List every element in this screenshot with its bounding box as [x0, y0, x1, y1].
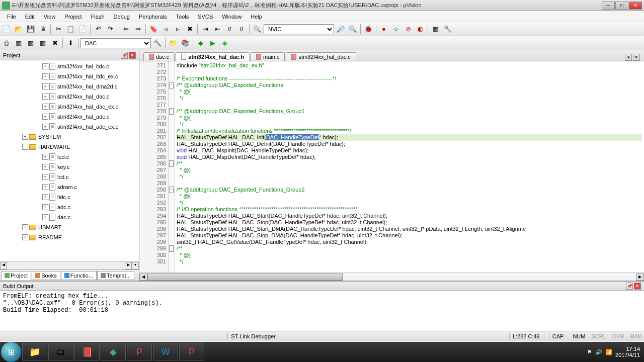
manage-rte-icon[interactable]: ◆: [195, 38, 206, 49]
config-icon[interactable]: 🔧: [442, 24, 453, 35]
task-uvision[interactable]: ◆: [101, 343, 126, 361]
tree-folder[interactable]: +SYSTEM: [0, 132, 139, 142]
tree-file[interactable]: +led.c: [0, 152, 139, 162]
find-icon[interactable]: 🔍: [252, 24, 263, 35]
editor-menu-icon[interactable]: ▾: [625, 54, 632, 61]
project-tree[interactable]: +stm32f4xx_hal_ltdc.c+stm32f4xx_hal_ltdc…: [0, 60, 139, 261]
breakpoint-kill-icon[interactable]: ⊘: [403, 24, 414, 35]
indent-icon[interactable]: ⇥: [200, 24, 211, 35]
menu-help[interactable]: Help: [247, 13, 266, 21]
save-icon[interactable]: 💾: [25, 24, 36, 35]
tab-templates[interactable]: Templat...: [97, 271, 134, 280]
tree-file[interactable]: +stm32f4xx_hal_dac.c: [0, 92, 139, 102]
target-options-icon[interactable]: 🔨: [152, 38, 163, 49]
editor-close-icon[interactable]: ✕: [633, 54, 640, 61]
pack-installer-icon[interactable]: ◈: [219, 38, 230, 49]
tree-file[interactable]: +key.c: [0, 162, 139, 172]
scroll-right-icon[interactable]: ▶: [636, 274, 644, 281]
build-pin-icon[interactable]: 📌: [626, 283, 633, 290]
tab-books[interactable]: Books: [32, 271, 60, 280]
editor-tab[interactable]: stm32f4xx_hal_dac.c: [286, 52, 356, 61]
nav-fwd-icon[interactable]: ⇒: [132, 24, 143, 35]
editor-tab[interactable]: main.c: [251, 52, 285, 61]
tree-file[interactable]: +lcd.c: [0, 172, 139, 182]
task-explorer[interactable]: 📁: [22, 343, 47, 361]
find-in-files-icon[interactable]: 🔎: [335, 24, 346, 35]
build-output-text[interactable]: FromELF: creating hex file... "..\OBJ\DA…: [0, 291, 644, 331]
menu-peripherals[interactable]: Peripherals: [135, 13, 171, 21]
stop-build-icon[interactable]: ✖: [49, 38, 60, 49]
tree-file[interactable]: +dac.c: [0, 212, 139, 222]
tree-file[interactable]: +stm32f4xx_hal_dac_ex.c: [0, 102, 139, 112]
menu-svcs[interactable]: SVCS: [194, 13, 217, 21]
nav-back-icon[interactable]: ⇐: [120, 24, 131, 35]
minimize-button[interactable]: ─: [602, 2, 615, 10]
code-editor[interactable]: 2712722732742752762772782792802812822832…: [139, 61, 644, 273]
panel-close-icon[interactable]: ✕: [129, 52, 136, 59]
build-close-icon[interactable]: ✕: [634, 283, 641, 290]
tree-file[interactable]: +stm32f4xx_hal_ltdc.c: [0, 61, 139, 71]
tree-file[interactable]: +stm32f4xx_hal_dma2d.c: [0, 81, 139, 92]
tree-file[interactable]: +stm32f4xx_hal_adc.c: [0, 112, 139, 122]
tray-volume-icon[interactable]: 📶: [605, 349, 612, 355]
debug-icon[interactable]: 🐞: [363, 24, 374, 35]
tree-folder[interactable]: +README: [0, 232, 139, 242]
menu-file[interactable]: File: [3, 13, 20, 21]
uncomment-icon[interactable]: //: [236, 24, 247, 35]
tree-file[interactable]: +stm32f4xx_hal_ltdc_ex.c: [0, 71, 139, 81]
find-combo[interactable]: NVIC: [264, 24, 334, 34]
scroll-left-icon[interactable]: ◀: [139, 274, 147, 281]
download-icon[interactable]: ⬇: [65, 38, 76, 49]
rebuild-icon[interactable]: ▦: [25, 38, 36, 49]
window-layout-icon[interactable]: ▦: [430, 24, 441, 35]
translate-icon[interactable]: ⎙: [1, 38, 12, 49]
tab-project[interactable]: Project: [1, 271, 31, 280]
task-folder[interactable]: 🗂: [48, 343, 73, 361]
tree-file[interactable]: +adc.c: [0, 202, 139, 212]
bookmark-next-icon[interactable]: ▹: [172, 24, 183, 35]
maximize-button[interactable]: □: [615, 2, 628, 10]
task-ppt2[interactable]: P: [179, 343, 204, 361]
breakpoint-disable-icon[interactable]: ○: [390, 24, 401, 35]
outdent-icon[interactable]: ⇤: [212, 24, 223, 35]
cut-icon[interactable]: ✂: [53, 24, 64, 35]
tab-functions[interactable]: Functio...: [61, 271, 97, 280]
menu-project[interactable]: Project: [60, 13, 86, 21]
menu-window[interactable]: Window: [218, 13, 246, 21]
start-button[interactable]: ⊞: [1, 342, 21, 362]
copy-icon[interactable]: 📋: [65, 24, 76, 35]
task-foxit[interactable]: 📕: [74, 343, 100, 361]
menu-flash[interactable]: Flash: [87, 13, 109, 21]
menu-view[interactable]: View: [40, 13, 60, 21]
editor-tab[interactable]: dac.c: [143, 52, 175, 61]
select-packs-icon[interactable]: ▶: [207, 38, 218, 49]
tree-file[interactable]: +ltdc.c: [0, 192, 139, 202]
bookmark-prev-icon[interactable]: ◃: [160, 24, 171, 35]
task-word[interactable]: W: [153, 343, 178, 361]
build-icon[interactable]: ▦: [13, 38, 24, 49]
tree-file[interactable]: +sdram.c: [0, 182, 139, 192]
editor-hscroll[interactable]: ◀ ▶: [139, 273, 644, 281]
incremental-find-icon[interactable]: 🔍: [347, 24, 358, 35]
close-button[interactable]: ✕: [629, 2, 642, 10]
editor-tab[interactable]: stm32f4xx_hal_dac.h: [176, 52, 250, 61]
tray-network-icon[interactable]: 🔊: [595, 349, 602, 355]
comment-icon[interactable]: //: [224, 24, 235, 35]
tray-flag-icon[interactable]: ⚑: [587, 349, 592, 355]
redo-icon[interactable]: ↷: [105, 24, 116, 35]
breakpoint-icon[interactable]: ●: [378, 24, 389, 35]
tree-hscroll[interactable]: ◀ ▶ ▾: [0, 261, 139, 269]
code-content[interactable]: #include "stm32f4xx_hal_dac_ex.h" /* Exp…: [175, 61, 644, 273]
save-all-icon[interactable]: 🗎: [37, 24, 48, 35]
pin-icon[interactable]: 📌: [121, 52, 128, 59]
paste-icon[interactable]: 📄: [77, 24, 88, 35]
menu-tools[interactable]: Tools: [172, 13, 193, 21]
tree-folder[interactable]: -HARDWARE: [0, 142, 139, 152]
tree-file[interactable]: +stm32f4xx_hal_adc_ex.c: [0, 122, 139, 132]
menu-debug[interactable]: Debug: [110, 13, 134, 21]
undo-icon[interactable]: ↶: [93, 24, 104, 35]
bookmark-clear-icon[interactable]: ✖: [184, 24, 195, 35]
system-tray[interactable]: ⚑ 🔊 📶 17:14 2017/4/11: [587, 346, 643, 358]
new-icon[interactable]: 📄: [1, 24, 12, 35]
breakpoint-enable-icon[interactable]: ◐: [415, 24, 426, 35]
